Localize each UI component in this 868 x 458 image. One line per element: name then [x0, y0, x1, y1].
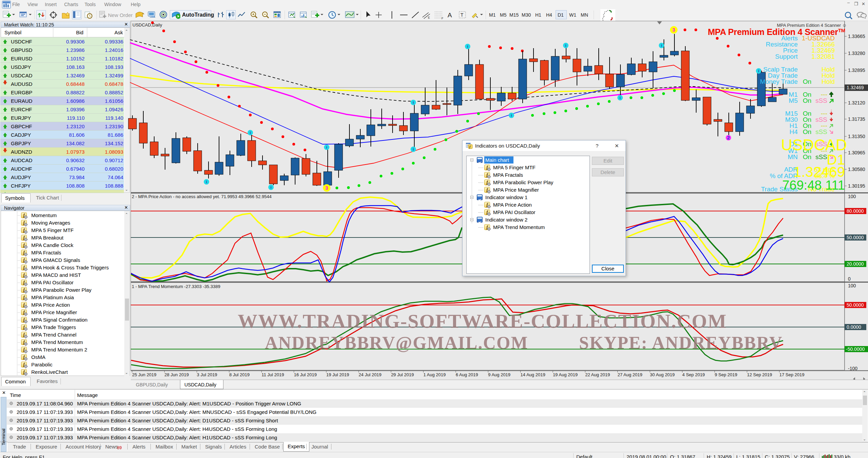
svg-text:50.0000: 50.0000: [847, 302, 864, 308]
svg-text:-100: -100: [848, 366, 857, 371]
svg-text:17 Sep 2019: 17 Sep 2019: [779, 372, 804, 377]
svg-text:sSS: sSS: [815, 153, 827, 160]
svg-text:19 Jul 2019: 19 Jul 2019: [326, 372, 349, 377]
svg-text:769:48 111: 769:48 111: [782, 178, 845, 192]
svg-text:3: 3: [672, 27, 675, 33]
svg-text:20.0000: 20.0000: [847, 261, 864, 267]
svg-text:0.0000: 0.0000: [847, 324, 861, 330]
svg-text:2 - MPA Price Action - no acce: 2 - MPA Price Action - no access allowed…: [132, 194, 272, 199]
svg-text:22 Aug 2019: 22 Aug 2019: [585, 372, 610, 377]
svg-text:On: On: [803, 153, 811, 160]
svg-text:On: On: [803, 78, 811, 85]
svg-text:80.0000: 80.0000: [847, 208, 864, 214]
svg-text:1 Aug 2019: 1 Aug 2019: [423, 372, 446, 377]
svg-text:2: 2: [727, 135, 730, 140]
svg-text:9 Aug 2019: 9 Aug 2019: [488, 372, 510, 377]
svg-text:sSS: sSS: [815, 128, 827, 135]
svg-text:1.33665: 1.33665: [848, 34, 865, 39]
svg-text:1.32469: 1.32469: [847, 85, 864, 90]
svg-text:29 Jul 2019: 29 Jul 2019: [391, 372, 414, 377]
svg-text:sSS: sSS: [815, 97, 827, 104]
svg-text:1.32895: 1.32895: [848, 68, 865, 73]
svg-text:USDCAD: USDCAD: [781, 136, 847, 154]
svg-text:27 Aug 2019: 27 Aug 2019: [618, 372, 643, 377]
svg-text:i: i: [619, 96, 620, 100]
svg-text:1.30195: 1.30195: [848, 183, 865, 189]
svg-text:i: i: [206, 180, 207, 184]
svg-text:14 Aug 2019: 14 Aug 2019: [521, 372, 545, 377]
svg-text:i: i: [250, 131, 251, 135]
svg-text:0: 0: [848, 276, 851, 282]
svg-text:M5: M5: [789, 97, 798, 104]
svg-text:24 Jul 2019: 24 Jul 2019: [359, 372, 381, 377]
svg-text:i: i: [326, 145, 327, 149]
svg-text:i: i: [270, 185, 271, 189]
svg-text:Money Trade: Money Trade: [760, 78, 798, 85]
svg-text:8 Jul 2019: 8 Jul 2019: [229, 372, 250, 377]
svg-text:Terminal: Terminal: [1, 428, 6, 445]
svg-text:1.33280: 1.33280: [848, 51, 865, 56]
svg-text:i: i: [467, 44, 468, 49]
svg-text:i: i: [758, 69, 759, 73]
svg-text:12 Sep 2019: 12 Sep 2019: [747, 372, 772, 377]
svg-text:-50.0000: -50.0000: [846, 346, 865, 352]
svg-text:1.32469: 1.32469: [793, 164, 845, 180]
svg-text:3: 3: [325, 185, 328, 191]
svg-text:On: On: [803, 128, 811, 135]
svg-text:11 Jul 2019: 11 Jul 2019: [261, 372, 284, 377]
svg-text:19 Aug 2019: 19 Aug 2019: [553, 372, 578, 377]
svg-text:50.0000: 50.0000: [847, 235, 864, 240]
svg-text:1.30965: 1.30965: [848, 150, 865, 155]
svg-text:3 Jul 2019: 3 Jul 2019: [197, 372, 217, 377]
svg-text:6 Aug 2019: 6 Aug 2019: [456, 372, 478, 377]
svg-text:MN: MN: [788, 153, 798, 160]
svg-text:1.30580: 1.30580: [848, 167, 865, 172]
svg-text:4 Sep 2019: 4 Sep 2019: [682, 372, 705, 377]
svg-text:i: i: [511, 113, 512, 117]
svg-text:On: On: [803, 97, 811, 104]
svg-text:1.31735: 1.31735: [848, 116, 865, 122]
svg-text:1.32081: 1.32081: [811, 53, 835, 60]
svg-text:WWW.TRADING-SOFTWARE-COLLECTIO: WWW.TRADING-SOFTWARE-COLLECTION.COM: [238, 310, 727, 332]
svg-text:Hold: Hold: [821, 78, 835, 85]
svg-text:SKYPE: ANDREYBBRV: SKYPE: ANDREYBBRV: [579, 333, 783, 352]
svg-text:16 Jul 2019: 16 Jul 2019: [294, 372, 317, 377]
svg-text:1.31350: 1.31350: [848, 134, 865, 139]
svg-text:1 - MPA Trend Momentum -27.330: 1 - MPA Trend Momentum -27.3303 -35.3389: [132, 284, 220, 289]
svg-text:i: i: [565, 43, 566, 47]
svg-text:Support: Support: [775, 53, 798, 60]
svg-text:1.32120: 1.32120: [848, 100, 865, 106]
svg-text:ANDREYBBRV@GMAIL.COM: ANDREYBBRV@GMAIL.COM: [265, 333, 528, 352]
svg-text:i: i: [413, 100, 414, 104]
svg-text:28 Jun 2019: 28 Jun 2019: [164, 372, 189, 377]
svg-text:100: 100: [848, 194, 856, 199]
svg-text:USDCAD,Daily: USDCAD,Daily: [132, 22, 162, 27]
svg-text:100: 100: [848, 283, 856, 288]
svg-text:H4: H4: [790, 128, 798, 135]
svg-text:30 Aug 2019: 30 Aug 2019: [650, 372, 675, 377]
svg-text:i: i: [661, 43, 662, 47]
svg-text:i: i: [413, 147, 414, 151]
svg-text:9 Sep 2019: 9 Sep 2019: [715, 372, 737, 377]
svg-text:25 Jun 2019: 25 Jun 2019: [132, 372, 157, 377]
